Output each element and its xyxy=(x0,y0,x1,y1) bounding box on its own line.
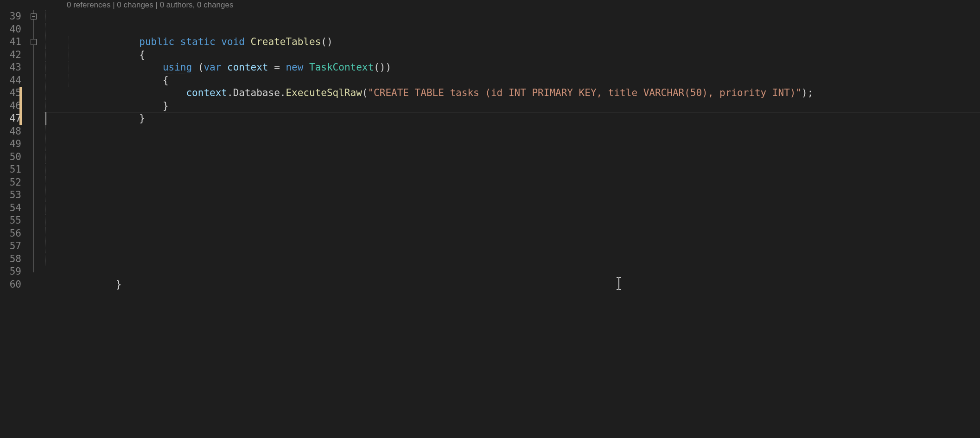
code-line[interactable] xyxy=(44,278,980,291)
code-line[interactable] xyxy=(44,202,980,215)
fold-gutter xyxy=(30,0,44,438)
line-number: 45 xyxy=(0,87,21,100)
code-line[interactable] xyxy=(44,253,980,266)
code-line[interactable]: public static void CreateTables() xyxy=(44,10,980,23)
line-number: 39 xyxy=(0,10,21,23)
code-line[interactable] xyxy=(44,227,980,240)
line-number-gutter: 39 40 41 42 43 44 45 46 47 48 49 50 51 5… xyxy=(0,0,30,438)
text-cursor xyxy=(45,112,46,125)
line-number: 50 xyxy=(0,151,21,164)
line-number: 46 xyxy=(0,100,21,113)
code-line[interactable] xyxy=(44,138,980,151)
line-number: 41 xyxy=(0,36,21,49)
code-line[interactable] xyxy=(44,240,980,253)
line-number: 58 xyxy=(0,253,21,266)
code-line[interactable]: using (var context = new TaskContext()) xyxy=(44,36,980,49)
modified-indicator xyxy=(19,112,22,125)
line-number: 52 xyxy=(0,176,21,189)
fold-toggle-icon[interactable] xyxy=(31,13,37,19)
code-line[interactable]: { xyxy=(44,49,980,62)
code-editor[interactable]: 39 40 41 42 43 44 45 46 47 48 49 50 51 5… xyxy=(0,0,980,438)
line-number: 49 xyxy=(0,138,21,151)
code-line[interactable] xyxy=(44,151,980,164)
code-line[interactable]: } xyxy=(44,87,980,100)
line-number: 40 xyxy=(0,23,21,36)
code-line[interactable]: context.Database.ExecuteSqlRaw("CREATE T… xyxy=(44,61,980,74)
line-number: 60 xyxy=(0,278,21,291)
line-number: 57 xyxy=(0,240,21,253)
codelens-annotation[interactable]: 0 references | 0 changes | 0 authors, 0 … xyxy=(44,0,980,10)
code-line[interactable]: } xyxy=(44,265,980,278)
modified-indicator xyxy=(19,87,22,100)
code-line[interactable] xyxy=(44,176,980,189)
line-number: 54 xyxy=(0,202,21,215)
line-number: 55 xyxy=(0,214,21,227)
line-number: 56 xyxy=(0,227,21,240)
code-line[interactable] xyxy=(44,163,980,176)
line-number: 59 xyxy=(0,265,21,278)
fold-toggle-icon[interactable] xyxy=(31,39,37,45)
line-number: 43 xyxy=(0,61,21,74)
code-line[interactable]: { xyxy=(44,23,980,36)
line-number: 53 xyxy=(0,189,21,202)
code-line[interactable] xyxy=(44,100,980,113)
line-number-active: 47 xyxy=(0,112,21,125)
modified-indicator xyxy=(19,100,22,113)
line-number: 48 xyxy=(0,125,21,138)
code-line[interactable] xyxy=(44,214,980,227)
code-line-active[interactable] xyxy=(44,112,980,125)
code-content[interactable]: 0 references | 0 changes | 0 authors, 0 … xyxy=(44,0,980,438)
code-line[interactable]: } xyxy=(44,74,980,87)
line-number: 51 xyxy=(0,163,21,176)
code-line[interactable] xyxy=(44,189,980,202)
line-number: 44 xyxy=(0,74,21,87)
code-line[interactable] xyxy=(44,125,980,138)
line-number: 42 xyxy=(0,49,21,62)
